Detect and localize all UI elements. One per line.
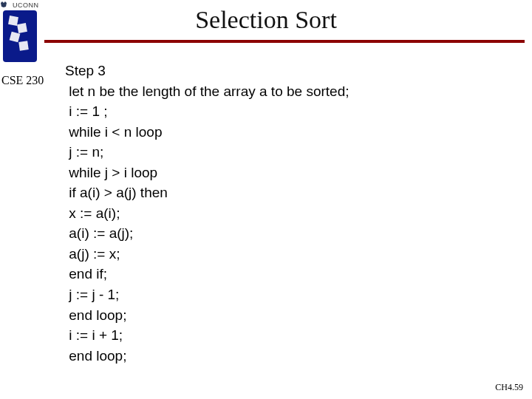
code-line: Step 3: [65, 61, 508, 81]
slide: UCONN CSE 230 Selection Sort Step 3 let …: [0, 0, 532, 399]
code-line: x := a(i);: [65, 203, 508, 224]
svg-rect-4: [18, 41, 29, 51]
page-reference: CH4.59: [495, 382, 523, 393]
code-line: while i < n loop: [65, 122, 508, 143]
code-line: while j > i loop: [65, 163, 508, 183]
code-line: a(i) := a(j);: [65, 223, 508, 244]
slide-title: Selection Sort: [0, 6, 532, 34]
code-line: i := i + 1;: [65, 325, 508, 346]
code-line: end loop;: [65, 305, 508, 326]
code-line: let n be the length of the array a to be…: [65, 81, 508, 102]
code-line: j := j - 1;: [65, 284, 508, 305]
code-line: end loop;: [65, 346, 508, 366]
course-label: CSE 230: [1, 74, 44, 87]
title-rule: [44, 40, 525, 43]
code-line: i := 1 ;: [65, 101, 508, 122]
code-line: j := n;: [65, 142, 508, 163]
code-block: Step 3 let n be the length of the array …: [65, 61, 508, 366]
code-line: end if;: [65, 264, 508, 284]
code-line: a(j) := x;: [65, 244, 508, 265]
code-line: if a(i) > a(j) then: [65, 183, 508, 203]
